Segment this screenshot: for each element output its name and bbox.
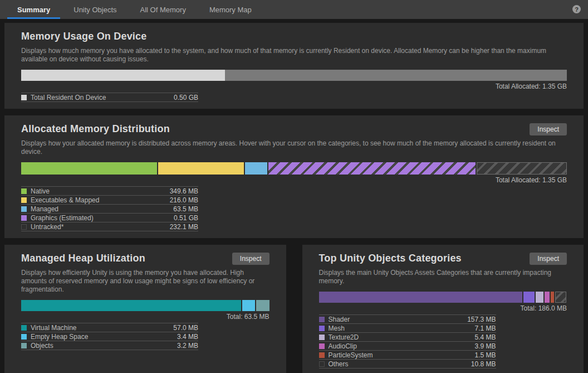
legend-value: 0.50 GB [174, 94, 198, 101]
legend-label: Untracked* [31, 223, 63, 231]
legend-label: Virtual Machine [31, 324, 77, 332]
legend-value: 3.4 MB [177, 333, 198, 341]
bar-segment-executables-mapped[interactable] [158, 162, 243, 175]
bar-segment-objects[interactable] [256, 300, 269, 311]
legend-value: 3.9 MB [474, 342, 496, 350]
total-label: Total: 186.0 MB [319, 304, 567, 312]
legend-table: Native349.6 MBExecutables & Mapped216.0 … [21, 186, 198, 231]
legend-label: Mesh [329, 324, 345, 332]
legend-swatch [319, 361, 325, 367]
section-title: Top Unity Objects Categories [319, 253, 462, 264]
inspect-button[interactable]: Inspect [232, 253, 270, 265]
tab-unity-objects[interactable]: Unity Objects [62, 0, 128, 19]
legend-row-graphics-estimated: Graphics (Estimated)0.51 GB [21, 214, 198, 222]
legend-label: Shader [329, 316, 350, 323]
legend-swatch [21, 188, 27, 194]
legend-row-texture2d: Texture2D5.4 MB [319, 333, 496, 342]
inspect-button[interactable]: Inspect [530, 253, 567, 265]
legend-label: Objects [31, 342, 53, 350]
legend-label: Managed [31, 205, 58, 213]
section-description: Displays how your allocated memory is di… [21, 139, 567, 156]
section-top-unity-objects: Top Unity Objects Categories Inspect Dis… [302, 245, 584, 373]
legend-swatch [319, 343, 325, 349]
legend-swatch [21, 197, 27, 203]
bar-segment-texture2d[interactable] [536, 292, 543, 303]
memory-usage-bar [21, 70, 567, 81]
section-title: Memory Usage On Device [21, 31, 147, 42]
legend-value: 0.51 GB [174, 214, 198, 222]
bar-segment-total-resident-on-device[interactable] [21, 70, 225, 81]
legend-swatch [21, 334, 27, 340]
section-title: Allocated Memory Distribution [21, 123, 170, 135]
legend-value: 7.1 MB [474, 324, 496, 332]
legend-label: Native [31, 187, 50, 195]
managed-heap-bar [21, 300, 270, 311]
tab-bar: Summary Unity Objects All Of Memory Memo… [0, 0, 588, 19]
legend-label: Executables & Mapped [31, 196, 99, 204]
legend-label: Graphics (Estimated) [31, 214, 94, 222]
summary-content: Memory Usage On Device Displays how much… [0, 19, 588, 373]
legend-value: 63.5 MB [173, 205, 198, 213]
legend-row-shader: Shader157.3 MB [319, 315, 496, 324]
legend-value: 57.0 MB [173, 324, 198, 332]
legend-swatch [21, 325, 27, 331]
legend-table: Shader157.3 MBMesh7.1 MBTexture2D5.4 MBA… [319, 314, 496, 369]
legend-label: Texture2D [329, 333, 359, 341]
bar-segment-particlesystem[interactable] [551, 292, 554, 303]
total-allocated-label: Total Allocated: 1.35 GB [21, 83, 567, 90]
legend-label: AudioClip [329, 342, 357, 350]
legend-swatch [319, 352, 325, 358]
total-label: Total: 63.5 MB [21, 313, 270, 321]
section-managed-heap: Managed Heap Utilization Inspect Display… [4, 245, 286, 373]
tab-memory-map[interactable]: Memory Map [198, 0, 263, 19]
section-title: Managed Heap Utilization [21, 253, 145, 264]
legend-value: 216.0 MB [170, 196, 198, 204]
allocated-distribution-bar [21, 162, 567, 175]
bar-segment-empty-heap-space[interactable] [242, 300, 255, 311]
legend-value: 1.5 MB [474, 351, 496, 359]
section-description: Displays how efficiently Unity is using … [21, 269, 270, 294]
legend-row-objects: Objects3.2 MB [21, 341, 198, 350]
legend-swatch [21, 95, 27, 100]
section-description: Displays the main Unity Objects Assets C… [319, 269, 567, 285]
legend-swatch [319, 335, 325, 340]
legend-value: 5.4 MB [474, 333, 496, 341]
section-description: Displays how much memory you have alloca… [21, 47, 567, 64]
tab-summary[interactable]: Summary [6, 0, 62, 19]
section-memory-usage: Memory Usage On Device Displays how much… [4, 23, 584, 109]
legend-row-executables-mapped: Executables & Mapped216.0 MB [21, 196, 198, 205]
legend-label: Total Resident On Device [31, 94, 106, 101]
top-unity-objects-bar [319, 292, 567, 303]
bar-segment-untracked[interactable] [477, 162, 567, 175]
total-allocated-label: Total Allocated: 1.35 GB [21, 176, 567, 184]
bar-segment-allocated-not-resident[interactable] [225, 70, 567, 81]
legend-row-mesh: Mesh7.1 MB [319, 324, 496, 333]
bar-segment-virtual-machine[interactable] [21, 300, 241, 311]
legend-swatch [21, 343, 27, 348]
help-icon[interactable]: ? [572, 5, 581, 13]
inspect-button[interactable]: Inspect [530, 123, 567, 135]
bar-segment-audioclip[interactable] [545, 292, 550, 303]
legend-row-audioclip: AudioClip3.9 MB [319, 342, 496, 351]
legend-value: 232.1 MB [170, 223, 198, 231]
legend-label: ParticleSystem [329, 351, 373, 359]
legend-swatch [21, 215, 27, 221]
bar-segment-others[interactable] [555, 292, 566, 303]
legend-value: 10.8 MB [471, 360, 496, 368]
legend-swatch [319, 317, 325, 322]
bar-segment-graphics-estimated[interactable] [268, 162, 476, 175]
legend-row-others: Others10.8 MB [319, 360, 496, 369]
legend-row-virtual-machine: Virtual Machine57.0 MB [21, 323, 198, 332]
legend-row-empty-heap-space: Empty Heap Space3.4 MB [21, 332, 198, 341]
bar-segment-managed[interactable] [245, 162, 267, 175]
section-allocated-distribution: Allocated Memory Distribution Inspect Di… [4, 115, 584, 238]
legend-row-native: Native349.6 MB [21, 187, 198, 196]
tab-all-of-memory[interactable]: All Of Memory [129, 0, 198, 19]
bar-segment-mesh[interactable] [523, 292, 535, 303]
bar-segment-native[interactable] [21, 162, 157, 175]
legend-row-particlesystem: ParticleSystem1.5 MB [319, 351, 496, 360]
legend-swatch [21, 224, 27, 230]
bar-segment-shader[interactable] [319, 292, 522, 303]
legend-row-untracked: Untracked*232.1 MB [21, 222, 198, 231]
legend-swatch [319, 326, 325, 331]
